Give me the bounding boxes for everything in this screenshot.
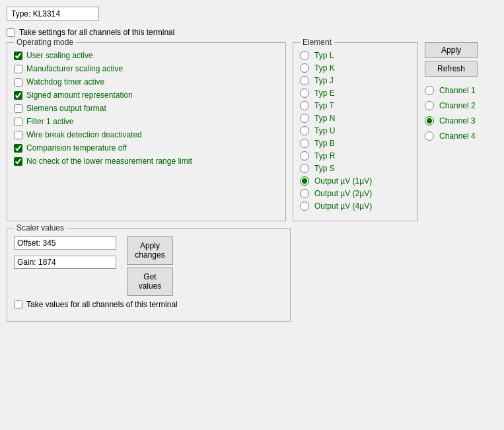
checkbox-row-cb_manufacturer_scaling: Manufacturer scaling active: [14, 64, 279, 73]
radio-row-el_typN: Typ N: [300, 114, 411, 123]
scaler-label: Scaler values: [14, 223, 67, 233]
radio-row-el_typE: Typ E: [300, 89, 411, 98]
radio-label-el_typS: Typ S: [314, 164, 335, 173]
radio-row-el_output1uv: Output µV (1µV): [300, 176, 411, 186]
radio-label-el_typE: Typ E: [314, 89, 335, 98]
radio-row-el_typT: Typ T: [300, 101, 411, 110]
scaler-buttons: Apply changes Get values: [127, 236, 173, 296]
radio-el_typB[interactable]: [300, 139, 309, 148]
radio-label-el_typL: Typ L: [314, 51, 334, 60]
offset-row: [14, 236, 116, 250]
radio-label-el_output2uv: Output µV (2µV): [314, 189, 372, 198]
channel-label-ch4: Channel 4: [439, 131, 476, 141]
checkbox-label-cb_manufacturer_scaling: Manufacturer scaling active: [26, 64, 123, 73]
checkbox-cb_manufacturer_scaling[interactable]: [14, 65, 22, 73]
checkbox-label-cb_wire_break: Wire break detection deactivated: [26, 130, 142, 139]
operating-mode-box: Operating mode User scaling activeManufa…: [7, 42, 286, 221]
checkbox-label-cb_no_check: No check of the lower measurement range …: [26, 157, 192, 166]
radio-el_typN[interactable]: [300, 114, 309, 123]
checkbox-row-cb_siemens_output: Siemens output format: [14, 104, 279, 113]
checkbox-label-cb_signed_amount: Signed amount representation: [26, 90, 133, 100]
apply-changes-button[interactable]: Apply changes: [127, 236, 173, 265]
operating-mode-checkboxes: User scaling activeManufacturer scaling …: [14, 51, 279, 166]
radio-row-el_typB: Typ B: [300, 139, 411, 148]
gain-row: [14, 256, 116, 269]
radio-label-el_typR: Typ R: [314, 151, 335, 161]
radio-el_output1uv[interactable]: [300, 176, 309, 186]
radio-el_output2uv[interactable]: [300, 189, 309, 198]
right-panel: Apply Refresh Channel 1Channel 2Channel …: [425, 42, 497, 322]
radio-row-el_typK: Typ K: [300, 63, 411, 73]
checkbox-row-cb_no_check: No check of the lower measurement range …: [14, 157, 279, 166]
checkbox-row-cb_signed_amount: Signed amount representation: [14, 90, 279, 100]
radio-el_typJ[interactable]: [300, 76, 309, 85]
radio-row-el_typJ: Typ J: [300, 76, 411, 85]
radio-ch1[interactable]: [425, 86, 434, 95]
checkbox-cb_comparison_temp[interactable]: [14, 144, 22, 153]
radio-ch2[interactable]: [425, 101, 434, 110]
radio-row-el_typR: Typ R: [300, 151, 411, 161]
checkbox-row-cb_filter1: Filter 1 active: [14, 117, 279, 126]
element-radios: Typ LTyp KTyp JTyp ETyp TTyp NTyp UTyp B…: [300, 51, 411, 211]
radio-el_typK[interactable]: [300, 63, 309, 73]
radio-label-el_output1uv: Output µV (1µV): [314, 176, 372, 186]
offset-input[interactable]: [14, 236, 116, 250]
get-values-button[interactable]: Get values: [127, 268, 173, 296]
radio-el_typU[interactable]: [300, 126, 309, 135]
checkbox-row-cb_wire_break: Wire break detection deactivated: [14, 130, 279, 139]
radio-label-el_typU: Typ U: [314, 126, 335, 135]
checkbox-cb_wire_break[interactable]: [14, 131, 22, 139]
scaler-box: Scaler values Apply changes Get values: [7, 228, 291, 322]
radio-label-el_output4uv: Output µV (4µV): [314, 201, 372, 211]
checkbox-label-cb_comparison_temp: Comparision temperature off: [26, 143, 127, 153]
radio-row-el_output4uv: Output µV (4µV): [300, 201, 411, 211]
element-box: Element Typ LTyp KTyp JTyp ETyp TTyp NTy…: [293, 42, 418, 221]
radio-label-el_typB: Typ B: [314, 139, 335, 148]
checkbox-cb_user_scaling[interactable]: [14, 52, 22, 60]
checkbox-label-cb_user_scaling: User scaling active: [26, 51, 93, 60]
checkbox-row-cb_user_scaling: User scaling active: [14, 51, 279, 60]
checkbox-cb_filter1[interactable]: [14, 118, 22, 126]
radio-row-el_typU: Typ U: [300, 126, 411, 135]
scaler-take-all-label: Take values for all channels of this ter…: [26, 300, 178, 309]
channel-row-ch4: Channel 4: [425, 131, 476, 141]
channel-label-ch3: Channel 3: [439, 116, 476, 125]
radio-label-el_typT: Typ T: [314, 101, 334, 110]
checkbox-cb_signed_amount[interactable]: [14, 91, 22, 100]
radio-ch3[interactable]: [425, 116, 434, 125]
radio-label-el_typJ: Typ J: [314, 76, 334, 85]
radio-row-el_output2uv: Output µV (2µV): [300, 189, 411, 198]
checkbox-cb_no_check[interactable]: [14, 157, 22, 166]
radio-el_typS[interactable]: [300, 164, 309, 173]
radio-label-el_typK: Typ K: [314, 63, 335, 73]
radio-el_typE[interactable]: [300, 89, 309, 98]
radio-ch4[interactable]: [425, 131, 434, 141]
scaler-take-all-row: Take values for all channels of this ter…: [14, 300, 283, 309]
element-label: Element: [300, 38, 334, 47]
type-field[interactable]: [7, 7, 99, 21]
channel-row-ch2: Channel 2: [425, 101, 476, 110]
radio-row-el_typL: Typ L: [300, 51, 411, 60]
scaler-take-all-checkbox[interactable]: [14, 300, 22, 308]
checkbox-label-cb_watchdog: Watchdog timer active: [26, 77, 104, 87]
checkbox-row-cb_watchdog: Watchdog timer active: [14, 77, 279, 87]
checkbox-label-cb_siemens_output: Siemens output format: [26, 104, 106, 113]
radio-el_typT[interactable]: [300, 101, 309, 110]
main-panel: Operating mode User scaling activeManufa…: [7, 42, 497, 322]
take-all-channels-row: Take settings for all channels of this t…: [7, 28, 497, 37]
radio-el_output4uv[interactable]: [300, 201, 309, 211]
radio-label-el_typN: Typ N: [314, 114, 335, 123]
channel-label-ch2: Channel 2: [439, 101, 476, 110]
checkbox-cb_siemens_output[interactable]: [14, 104, 22, 113]
channel-row-ch1: Channel 1: [425, 86, 476, 95]
apply-button[interactable]: Apply: [425, 42, 478, 58]
channels-group: Channel 1Channel 2Channel 3Channel 4: [425, 86, 476, 144]
gain-input[interactable]: [14, 256, 116, 269]
radio-el_typR[interactable]: [300, 151, 309, 161]
take-all-channels-checkbox[interactable]: [7, 28, 15, 37]
checkbox-row-cb_comparison_temp: Comparision temperature off: [14, 143, 279, 153]
checkbox-cb_watchdog[interactable]: [14, 78, 22, 87]
refresh-button[interactable]: Refresh: [425, 61, 478, 77]
operating-mode-label: Operating mode: [14, 38, 76, 47]
radio-el_typL[interactable]: [300, 51, 309, 60]
